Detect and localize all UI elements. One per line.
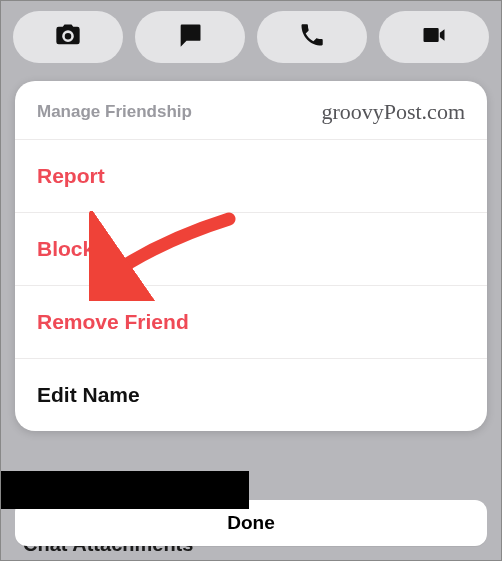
camera-icon	[54, 21, 82, 53]
watermark-text: groovyPost.com	[321, 99, 465, 125]
video-icon	[420, 21, 448, 53]
report-label: Report	[37, 164, 105, 187]
edit-name-label: Edit Name	[37, 383, 140, 406]
sheet-header: Manage Friendship groovyPost.com	[15, 81, 487, 139]
sheet-title: Manage Friendship	[37, 102, 192, 122]
camera-button[interactable]	[13, 11, 123, 63]
phone-icon	[298, 21, 326, 53]
video-call-button[interactable]	[379, 11, 489, 63]
chat-icon	[176, 21, 204, 53]
call-button[interactable]	[257, 11, 367, 63]
remove-friend-option[interactable]: Remove Friend	[15, 285, 487, 358]
done-label: Done	[227, 512, 275, 534]
edit-name-option[interactable]: Edit Name	[15, 358, 487, 431]
redaction-bar	[1, 471, 249, 509]
chat-button[interactable]	[135, 11, 245, 63]
manage-friendship-sheet: Manage Friendship groovyPost.com Report …	[15, 81, 487, 431]
report-option[interactable]: Report	[15, 139, 487, 212]
remove-friend-label: Remove Friend	[37, 310, 189, 333]
block-option[interactable]: Block	[15, 212, 487, 285]
block-label: Block	[37, 237, 94, 260]
chat-action-row	[1, 11, 501, 63]
